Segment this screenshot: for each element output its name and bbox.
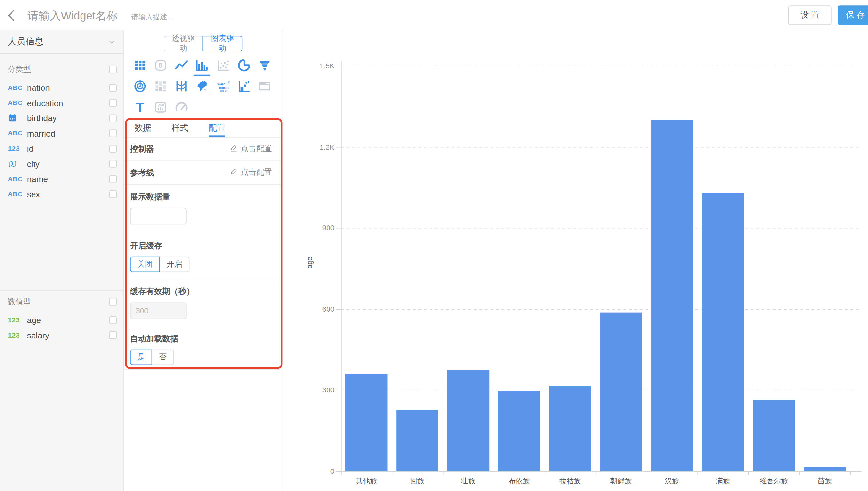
chart-config-panel: 透视驱动图表驱动 8wordcloudagile BitagT 数据样式配置 控… [124, 30, 282, 491]
widget-name-input[interactable]: 请输入Widget名称 [28, 8, 117, 23]
field-label: age [27, 315, 41, 325]
gridline [341, 66, 861, 66]
field-checkbox[interactable] [109, 316, 117, 324]
cache-option[interactable]: 关闭 [130, 257, 160, 272]
x-axis-label: 回族 [392, 476, 443, 486]
parallel-chart-icon[interactable] [174, 79, 189, 93]
settings-button[interactable]: 设 置 [788, 5, 832, 25]
y-axis-label: 1.2K [293, 143, 334, 151]
y-axis-tick [336, 228, 341, 229]
bar-chart-icon[interactable] [195, 58, 210, 73]
field-checkbox[interactable] [109, 145, 117, 152]
driver-tab[interactable]: 图表驱动 [202, 36, 242, 51]
table-chart-icon[interactable] [133, 58, 147, 73]
iframe-widget-icon[interactable] [257, 79, 272, 93]
reference-line-label: 参考线 [130, 167, 154, 178]
abc-type-icon: ABC [8, 99, 24, 107]
field-row-nation[interactable]: ABCnation [0, 80, 124, 95]
x-axis-label: 拉祜族 [545, 476, 595, 486]
x-axis-label: 壮族 [443, 476, 494, 486]
section-checkbox[interactable] [109, 298, 117, 306]
autoload-option[interactable]: 是 [130, 350, 152, 365]
chart-bar-其他族[interactable] [346, 374, 388, 471]
boxplot-chart-icon[interactable] [237, 79, 251, 93]
field-checkbox[interactable] [109, 84, 117, 92]
field-row-birthday[interactable]: birthday [0, 111, 124, 126]
chart-bar-壮族[interactable] [447, 370, 490, 471]
x-axis-tick [799, 472, 800, 475]
dataset-sidebar: 人员信息 分类型ABCnationABCeducationbirthdayABC… [0, 30, 124, 491]
y-axis-line [341, 61, 342, 471]
display-count-input[interactable] [130, 208, 187, 225]
crosstab-chart-icon[interactable] [154, 79, 168, 93]
kpi-number-icon[interactable]: 8 [154, 58, 168, 73]
scatter-chart-icon[interactable] [216, 58, 230, 73]
section-checkbox[interactable] [109, 66, 117, 74]
line-chart-icon[interactable] [174, 58, 189, 73]
field-row-age[interactable]: 123age [0, 313, 124, 328]
back-button[interactable] [4, 8, 19, 23]
field-section-label: 数值型 [8, 297, 31, 307]
bar-chart-canvas: age 03006009001.2K1.5K其他族回族壮族布依族拉祜族朝鲜族汉族… [282, 30, 868, 491]
china-map-icon[interactable] [195, 79, 210, 93]
field-row-city[interactable]: city [0, 156, 124, 171]
pie-chart-icon[interactable] [237, 58, 251, 73]
autoload-row: 自动加载数据 是否 [124, 326, 282, 370]
chart-bar-回族[interactable] [396, 410, 438, 471]
cache-ttl-input[interactable] [130, 302, 187, 319]
header: 请输入Widget名称 请输入描述... 设 置 保 存 [0, 0, 868, 30]
field-checkbox[interactable] [109, 99, 117, 107]
field-row-salary[interactable]: 123salary [0, 327, 124, 343]
x-axis-line [335, 471, 862, 472]
field-row-sex[interactable]: ABCsex [0, 187, 124, 202]
panel-tab-数据[interactable]: 数据 [135, 123, 151, 137]
trend-chart-icon[interactable] [154, 100, 168, 115]
panel-tab-配置[interactable]: 配置 [209, 123, 225, 137]
field-checkbox[interactable] [109, 331, 117, 339]
autoload-toggle: 是否 [130, 350, 272, 365]
field-checkbox[interactable] [109, 114, 117, 122]
panel-tab-样式[interactable]: 样式 [172, 123, 188, 137]
chart-bar-布依族[interactable] [498, 391, 540, 471]
field-checkbox[interactable] [109, 175, 117, 183]
wordcloud-chart-icon[interactable]: wordcloudagile Bitag [216, 79, 230, 93]
chart-bar-苗族[interactable] [804, 467, 846, 471]
svg-text:agile Bi: agile Bi [220, 90, 227, 92]
gauge-chart-icon[interactable] [174, 100, 189, 115]
y-axis-tick [336, 471, 341, 472]
chart-bar-满族[interactable] [702, 193, 744, 471]
x-axis-tick [697, 472, 698, 475]
field-checkbox[interactable] [109, 190, 117, 198]
x-axis-label: 维吾尔族 [749, 476, 799, 486]
reference-line-configure-link[interactable]: 点击配置 [230, 168, 272, 177]
edit-pencil-icon [230, 144, 238, 153]
funnel-chart-icon[interactable] [257, 58, 272, 73]
field-row-name[interactable]: ABCname [0, 171, 124, 187]
save-button[interactable]: 保 存 [838, 5, 868, 25]
chart-bar-汉族[interactable] [651, 120, 693, 471]
autoload-option[interactable]: 否 [152, 350, 174, 365]
controller-configure-link[interactable]: 点击配置 [230, 144, 272, 153]
field-row-married[interactable]: ABCmarried [0, 126, 124, 141]
dataset-header[interactable]: 人员信息 [0, 30, 124, 54]
driver-tab[interactable]: 透视驱动 [163, 36, 203, 51]
cache-ttl-label: 缓存有效期（秒） [130, 286, 272, 297]
field-label: salary [27, 330, 49, 340]
dataset-name: 人员信息 [8, 36, 43, 48]
chart-bar-朝鲜族[interactable] [600, 313, 642, 471]
widget-description-input[interactable]: 请输入描述... [131, 12, 173, 22]
field-checkbox[interactable] [109, 129, 117, 137]
field-checkbox[interactable] [109, 160, 117, 168]
categorical-fields-section: 分类型ABCnationABCeducationbirthdayABCmarri… [0, 63, 124, 202]
text-widget-icon[interactable]: T [133, 100, 147, 115]
x-axis-label: 其他族 [341, 476, 392, 486]
chart-bar-维吾尔族[interactable] [753, 400, 795, 471]
cache-option[interactable]: 开启 [160, 257, 190, 272]
chart-bar-拉祜族[interactable] [549, 386, 591, 471]
y-axis-label: 600 [293, 305, 334, 313]
svg-text:cloud: cloud [219, 86, 228, 90]
radar-chart-icon[interactable] [133, 79, 147, 93]
field-row-id[interactable]: 123id [0, 141, 124, 156]
field-label: id [27, 144, 33, 153]
field-row-education[interactable]: ABCeducation [0, 95, 124, 111]
